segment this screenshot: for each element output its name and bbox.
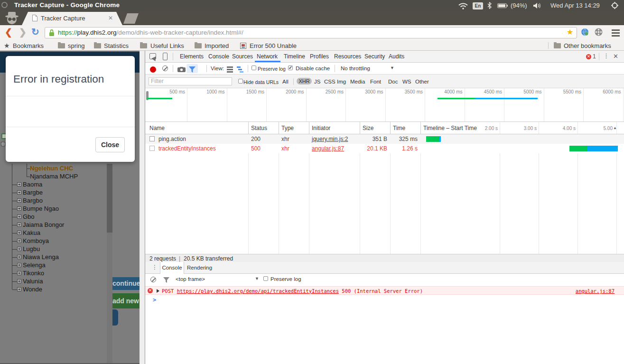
tree-item-bumpe-ngao[interactable]: Bumpe Ngao (23, 205, 59, 213)
new-tab-button[interactable] (123, 13, 139, 24)
wifi-icon[interactable] (458, 3, 468, 9)
filter-pill-js[interactable]: JS (314, 79, 320, 84)
frame-select[interactable]: <top frame> (176, 276, 205, 282)
tree-expand-icon[interactable]: + (17, 263, 21, 267)
console-error-url[interactable]: https://play.dhis2.org/demo/api/trackedE… (177, 288, 339, 294)
filter-input[interactable]: Filter (149, 77, 232, 85)
column-header-initiator[interactable]: Initiator (312, 125, 330, 131)
tree-expand-icon[interactable]: + (17, 190, 21, 195)
bookmark-star-icon[interactable]: ★ (567, 28, 573, 37)
tree-item-baoma[interactable]: Baoma (23, 181, 42, 188)
tree-item-wonde[interactable]: Wonde (23, 286, 42, 293)
column-separator[interactable] (248, 122, 249, 134)
drawer-tab-rendering[interactable]: Rendering (187, 265, 212, 271)
tree-expand-icon[interactable]: + (17, 287, 21, 291)
bookmark-folder-useful-links[interactable]: Useful Links (150, 42, 184, 49)
tree-scrollbar-thumb[interactable] (107, 164, 112, 233)
padlock-icon[interactable] (49, 29, 55, 37)
filter-pill-doc[interactable]: Doc (388, 79, 398, 84)
disable-cache-checkbox[interactable] (288, 65, 293, 70)
session-gear-icon[interactable] (611, 2, 618, 9)
bookmarks-star-icon[interactable]: ★ (4, 42, 10, 49)
add-new-button[interactable]: add new (112, 293, 140, 308)
bookmark-folder-statistics[interactable]: Statistics (104, 42, 129, 49)
devtools-tab-sources[interactable]: Sources (232, 53, 253, 60)
volume-icon[interactable] (533, 2, 542, 9)
bookmark-label[interactable]: Bookmarks (13, 42, 44, 49)
screenshot-camera-icon[interactable] (177, 67, 186, 72)
tree-expand-icon[interactable]: + (17, 182, 21, 187)
tree-root-toggle[interactable]: − (1, 142, 5, 146)
tree-item-njandama-mchp[interactable]: Njandama MCHP (30, 173, 78, 180)
filter-pill-ws[interactable]: WS (402, 79, 411, 84)
inspect-element-icon[interactable] (149, 53, 156, 59)
devtools-tab-resources[interactable]: Resources (334, 53, 361, 60)
request-initiator[interactable]: jquery.min.js:2 (312, 136, 348, 142)
keyboard-indicator[interactable]: En (473, 2, 483, 9)
request-row-trackedEntityInstances[interactable]: trackedEntityInstances500xhrangular.js:8… (145, 144, 624, 153)
menu-icon[interactable] (612, 29, 620, 38)
filter-pill-font[interactable]: Font (370, 79, 381, 84)
devtools-tab-profiles[interactable]: Profiles (310, 53, 329, 60)
error-count[interactable]: 1 (593, 53, 596, 60)
error-count-icon[interactable]: ✕ (586, 54, 591, 59)
throttling-dropdown-icon[interactable]: ▼ (390, 65, 394, 70)
tree-expand-icon[interactable]: + (17, 206, 21, 211)
devtools-tab-security[interactable]: Security (364, 53, 385, 60)
filter-pill-img[interactable]: Img (337, 79, 346, 84)
column-separator[interactable] (279, 122, 279, 134)
console-error-source-link[interactable]: angular.js:87 (576, 288, 615, 294)
filter-pill-media[interactable]: Media (350, 79, 365, 84)
tree-item-niawa-lenga[interactable]: Niawa Lenga (23, 253, 59, 261)
column-separator[interactable] (360, 122, 360, 134)
column-header-time[interactable]: Time (393, 125, 405, 131)
battery-icon[interactable] (497, 3, 507, 8)
film-icon[interactable] (595, 28, 603, 36)
devtools-tab-network[interactable]: Network (257, 53, 278, 60)
filter-pill-other[interactable]: Other (415, 79, 429, 84)
tree-item-kakua[interactable]: Kakua (23, 229, 40, 237)
devtools-close-icon[interactable]: ✕ (613, 53, 618, 60)
column-header-status[interactable]: Status (251, 125, 267, 131)
tree-expand-icon[interactable]: + (17, 231, 21, 235)
tab-close-icon[interactable]: ✕ (108, 15, 113, 21)
bookmark-error-500[interactable]: Error 500 Unable (250, 42, 297, 49)
device-toolbar-icon[interactable] (163, 53, 168, 60)
tree-item-ngelehun-chc[interactable]: Ngelehun CHC (30, 165, 73, 172)
tree-expand-icon[interactable]: + (17, 223, 21, 227)
devtools-tab-timeline[interactable]: Timeline (284, 53, 305, 60)
view-list-icon[interactable] (227, 66, 233, 73)
partial-button[interactable] (112, 309, 118, 326)
hide-data-urls-checkbox[interactable] (238, 79, 243, 84)
column-header-name[interactable]: Name (149, 125, 165, 131)
tree-expand-icon[interactable]: + (17, 247, 21, 251)
column-separator[interactable] (390, 122, 391, 134)
view-waterfall-icon[interactable] (237, 66, 243, 73)
column-header-type[interactable]: Type (281, 125, 294, 131)
tree-item-bargbe[interactable]: Bargbe (23, 189, 43, 196)
devtools-tab-elements[interactable]: Elements (180, 53, 204, 60)
tree-expand-icon[interactable]: + (17, 255, 21, 259)
bookmark-folder-spring[interactable]: spring (68, 42, 84, 49)
console-filter-icon[interactable] (163, 277, 169, 283)
filter-pill-css[interactable]: CSS (324, 79, 335, 84)
filter-icon[interactable] (189, 66, 196, 73)
request-row-ping.action[interactable]: ping.action200xhrjquery.min.js:2351 B325… (145, 134, 624, 144)
tree-item-gbo[interactable]: Gbo (23, 213, 35, 221)
clear-icon[interactable] (162, 65, 168, 71)
record-button[interactable] (150, 66, 156, 73)
tree-expand-icon[interactable]: + (17, 239, 21, 243)
filter-pill-xhr[interactable]: XHR (297, 78, 312, 84)
tree-item-jaiama-bongor[interactable]: Jaiama Bongor (23, 221, 64, 229)
drawer-tab-console[interactable]: Console (160, 262, 184, 274)
tree-expand-icon[interactable]: + (17, 215, 21, 219)
frame-dropdown-icon[interactable]: ▼ (255, 276, 259, 281)
bluetooth-icon[interactable] (487, 2, 492, 9)
bookmark-folder-imported[interactable]: Imported (205, 42, 229, 49)
globe-icon[interactable] (581, 28, 589, 36)
tree-item-komboya[interactable]: Komboya (23, 237, 49, 245)
forward-button[interactable]: ❯ (19, 27, 27, 37)
tree-expand-icon[interactable]: + (17, 198, 21, 203)
modal-close-button[interactable]: Close (95, 137, 125, 152)
tree-item-selenga[interactable]: Selenga (23, 261, 46, 269)
